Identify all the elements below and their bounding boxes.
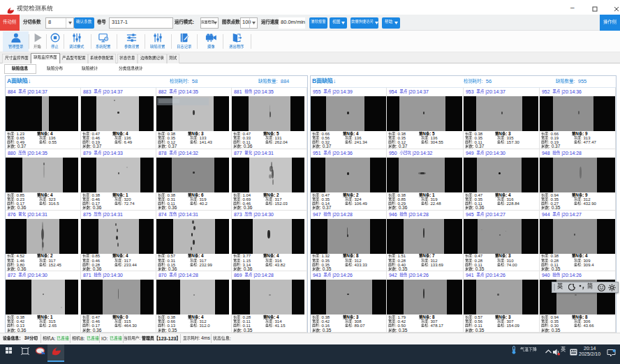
svg-text:N: N [117, 314, 120, 319]
svg-text:|20:14:28: |20:14:28 [408, 211, 429, 217]
svg-text:: 41.15: : 41.15 [273, 324, 286, 328]
svg-text:: 43.82: : 43.82 [273, 262, 286, 266]
svg-text:: 74.00: : 74.00 [505, 262, 518, 266]
svg-text:: 0.94: : 0.94 [548, 192, 559, 197]
svg-text:: 309: : 309 [581, 258, 591, 262]
svg-text:: 0.42: : 0.42 [395, 319, 406, 324]
svg-text:: 0.35: : 0.35 [395, 136, 406, 140]
svg-text:: 0.38: : 0.38 [14, 315, 25, 319]
svg-text:: 320: : 320 [122, 197, 132, 202]
svg-text:: 3.77: : 3.77 [240, 254, 251, 258]
svg-text:: 314: : 314 [273, 319, 283, 324]
svg-text:: 335: : 335 [505, 136, 515, 140]
svg-text:N: N [267, 253, 271, 258]
svg-text:: 1.32: : 1.32 [319, 254, 330, 258]
svg-text:: 0.35: : 0.35 [473, 328, 485, 333]
svg-text:|20:14:31: |20:14:31 [101, 211, 123, 217]
svg-text:: 324: : 324 [352, 197, 362, 202]
svg-text:N: N [346, 192, 350, 197]
svg-text:N: N [346, 314, 350, 319]
svg-text:: 312: : 312 [428, 258, 438, 262]
svg-text:884: 884 [8, 89, 18, 94]
svg-text:: 131: : 131 [273, 136, 283, 140]
svg-text:: 0.35: : 0.35 [473, 266, 485, 271]
svg-text:: 0.38: : 0.38 [165, 192, 176, 197]
svg-text:: 0.35: : 0.35 [241, 328, 253, 333]
svg-text:951: 951 [313, 150, 323, 155]
svg-text:870: 870 [158, 273, 169, 278]
svg-text:945: 945 [466, 211, 476, 216]
svg-text:874: 874 [158, 211, 169, 216]
svg-text:N: N [267, 192, 271, 197]
svg-text:: 241.34: : 241.34 [352, 140, 367, 144]
svg-text:: 233.44: : 233.44 [122, 262, 138, 266]
svg-text:: 1: : 1 [429, 192, 435, 197]
svg-text:: 0.35: : 0.35 [549, 205, 561, 210]
svg-text:: 4: : 4 [48, 192, 54, 197]
svg-text:: 0.35: : 0.35 [548, 319, 559, 324]
svg-text:|20:14:30: |20:14:30 [26, 273, 47, 278]
svg-text:: 955: : 955 [573, 78, 586, 84]
svg-text:: 152.45: : 152.45 [47, 262, 62, 266]
svg-text:: 5: : 5 [429, 131, 435, 136]
svg-text:955: 955 [313, 89, 323, 94]
svg-text:: 0.94: : 0.94 [548, 315, 559, 319]
svg-text:: 307: : 307 [428, 319, 438, 324]
svg-text:: 133: : 133 [198, 136, 207, 140]
svg-text:: 0.36: : 0.36 [241, 266, 253, 271]
svg-text:: 312: : 312 [581, 197, 591, 202]
svg-text:B:: B: [80, 336, 85, 341]
svg-text:: 2.65: : 2.65 [47, 324, 58, 328]
svg-text:: 262.04: : 262.04 [273, 140, 288, 144]
svg-text:: 0.28: : 0.28 [472, 258, 483, 262]
svg-text:: 1.79: : 1.79 [395, 315, 406, 319]
svg-text:: 317: : 317 [273, 197, 283, 202]
svg-text:: 89.07: : 89.07 [352, 324, 365, 328]
svg-text:: 1.46: : 1.46 [14, 258, 25, 262]
svg-text:: 0.47: : 0.47 [472, 254, 483, 258]
svg-text:: 0.56: : 0.56 [319, 136, 330, 140]
svg-text:↓: ↓ [333, 77, 336, 84]
svg-text:873: 873 [234, 211, 244, 216]
svg-text:|20:14:37: |20:14:37 [101, 89, 123, 95]
svg-text:: 477.47: : 477.47 [581, 140, 596, 144]
svg-text:940: 940 [542, 273, 552, 278]
svg-text:|20:14:35: |20:14:35 [252, 89, 274, 95]
svg-text:N: N [499, 253, 503, 258]
svg-text:: 0.37: : 0.37 [320, 205, 332, 210]
svg-text:|20:14:30: |20:14:30 [101, 273, 123, 278]
svg-text:: 0.47: : 0.47 [240, 132, 251, 136]
svg-text:A: A [7, 77, 11, 84]
svg-text:: 317: : 317 [47, 258, 57, 262]
svg-text:: 313: : 313 [581, 136, 591, 140]
svg-text:: 0.35: : 0.35 [472, 136, 483, 140]
svg-text:: 136: : 136 [47, 136, 57, 140]
svg-text:: 0.37: : 0.37 [15, 144, 27, 149]
svg-text:N: N [575, 314, 579, 319]
svg-text:N: N [346, 131, 350, 136]
svg-text:3117-1: 3117-1 [112, 19, 128, 25]
svg-text:: 0.38: : 0.38 [395, 192, 406, 197]
svg-text:3#: 3# [23, 335, 30, 340]
svg-text:N: N [422, 253, 426, 258]
svg-text:: 0.11: : 0.11 [240, 319, 251, 324]
svg-text:|20:14:32: |20:14:32 [411, 150, 433, 156]
svg-text:: 141.43: : 141.43 [198, 140, 213, 144]
svg-text:: 0.66: : 0.66 [548, 132, 559, 136]
svg-text:: 0.35: : 0.35 [320, 328, 332, 333]
svg-text:: 317: : 317 [122, 258, 132, 262]
svg-text:: 0.35: : 0.35 [319, 197, 330, 202]
svg-text:: 0.66: : 0.66 [165, 319, 176, 324]
svg-text:N: N [575, 192, 579, 197]
svg-text:|20:14:26: |20:14:26 [408, 273, 429, 278]
svg-text:N: N [346, 253, 350, 258]
svg-text:: 0.57: : 0.57 [165, 254, 176, 258]
svg-text:N: N [41, 314, 45, 319]
svg-text:–: – [570, 3, 575, 11]
svg-text:: 0.23: : 0.23 [14, 197, 25, 202]
svg-text:: 58: : 58 [188, 78, 198, 84]
svg-text:949: 949 [466, 150, 476, 155]
svg-text:↓: ↓ [28, 77, 31, 84]
svg-text:N: N [41, 192, 45, 197]
svg-text:N: N [192, 314, 195, 319]
